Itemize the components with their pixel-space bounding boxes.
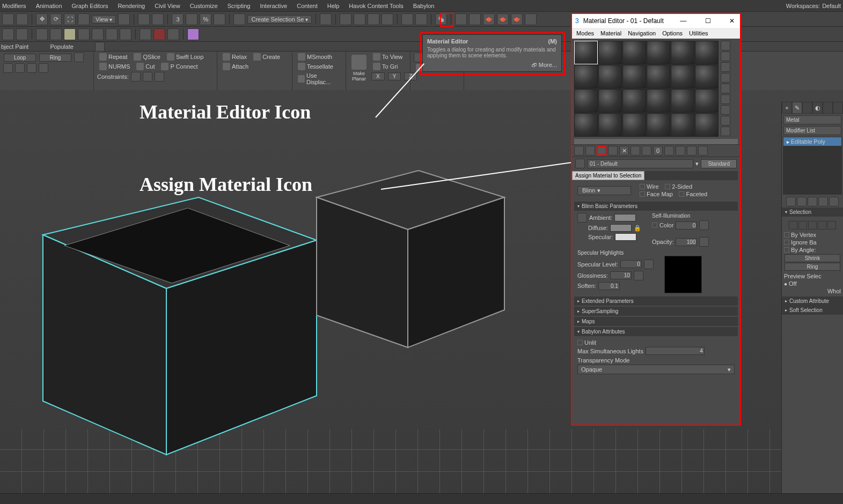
tool2-icon[interactable] xyxy=(16,28,28,40)
tool10-icon[interactable] xyxy=(140,28,151,40)
mat-slot-10[interactable] xyxy=(647,65,670,88)
populate-tab[interactable]: Populate xyxy=(50,43,73,50)
backlight-icon[interactable] xyxy=(721,51,730,61)
go-to-parent-icon[interactable] xyxy=(687,146,697,155)
mat-slot-14[interactable] xyxy=(598,89,622,113)
extended-params-rollout[interactable]: Extended Parameters xyxy=(574,297,738,306)
tooltip-more[interactable]: 🗗 More... xyxy=(427,62,557,68)
mat-slot-4[interactable] xyxy=(647,41,670,64)
refcoord-dropdown[interactable]: View ▾ xyxy=(92,15,116,24)
placement-icon[interactable] xyxy=(78,13,90,25)
twosided-checkbox[interactable] xyxy=(665,184,670,189)
utilities-tab-icon[interactable] xyxy=(833,102,843,114)
constraint-face-icon[interactable] xyxy=(155,72,164,81)
render-activeshade-icon[interactable]: 🫖 xyxy=(511,13,523,25)
select-object-icon[interactable] xyxy=(2,13,14,25)
snap-icon[interactable]: 3 xyxy=(172,13,184,25)
edge-subobj-icon[interactable] xyxy=(798,221,807,229)
mat-slot-9[interactable] xyxy=(622,65,646,88)
rotate-icon[interactable]: ⟳ xyxy=(50,13,62,25)
menu-civilview[interactable]: Civil View xyxy=(155,3,180,9)
get-material-icon[interactable] xyxy=(574,146,584,155)
mat-menu-modes[interactable]: Modes xyxy=(576,30,594,36)
mat-slot-23[interactable] xyxy=(671,113,694,137)
motion-tab-icon[interactable]: ◐ xyxy=(812,102,823,114)
mat-menu-utilities[interactable]: Utilities xyxy=(689,30,708,36)
mat-slot-12[interactable] xyxy=(695,65,719,88)
make-preview-icon[interactable] xyxy=(721,94,730,104)
material-name-input[interactable]: 01 - Default xyxy=(587,159,693,168)
sample-type-icon[interactable] xyxy=(721,41,730,50)
pick-material-icon[interactable] xyxy=(575,159,585,168)
loop-button[interactable]: Loop xyxy=(4,54,36,62)
vertex-subobj-icon[interactable] xyxy=(789,221,797,229)
selfillum-color-checkbox[interactable] xyxy=(652,223,657,228)
options-icon[interactable] xyxy=(721,105,730,115)
menu-interactive[interactable]: Interactive xyxy=(260,3,287,9)
render-cloud-icon[interactable] xyxy=(525,13,537,25)
sel-icon2[interactable] xyxy=(3,63,13,73)
mat-slot-1[interactable] xyxy=(574,41,598,64)
repeat-button[interactable]: Repeat xyxy=(97,53,129,61)
attach-button[interactable]: Attach xyxy=(221,62,251,71)
put-to-library-icon[interactable] xyxy=(642,146,651,155)
unlit-checkbox[interactable] xyxy=(577,340,583,345)
mat-slot-19[interactable] xyxy=(574,113,598,137)
select-region-icon[interactable] xyxy=(16,13,28,25)
make-unique-mat-icon[interactable] xyxy=(631,146,640,155)
usedisplace-button[interactable]: Use Displac... xyxy=(296,72,342,86)
schematic-view-icon[interactable] xyxy=(415,13,427,25)
selfillum-spinner[interactable]: 0 xyxy=(676,221,697,229)
tool11-icon[interactable] xyxy=(153,28,165,40)
diffuse-lock-icon[interactable]: 🔒 xyxy=(634,225,641,232)
mat-slot-8[interactable] xyxy=(598,65,622,88)
selection-rollout[interactable]: Selection xyxy=(782,207,843,217)
keyboard-shortcut-icon[interactable] xyxy=(152,13,164,25)
tool9-icon[interactable] xyxy=(120,28,131,40)
show-end-result-icon[interactable] xyxy=(676,146,685,155)
maps-rollout[interactable]: Maps xyxy=(574,317,738,326)
mirror-icon[interactable] xyxy=(320,13,332,25)
make-copy-icon[interactable]: ✕ xyxy=(619,146,629,155)
sample-uv-icon[interactable] xyxy=(721,73,730,83)
constraint-none-icon[interactable] xyxy=(131,72,141,81)
put-to-scene-icon[interactable] xyxy=(585,146,595,155)
modifier-stack[interactable]: ▸ Editable Poly xyxy=(783,137,842,195)
mat-slot-24[interactable] xyxy=(695,113,719,137)
make-unique-icon[interactable] xyxy=(808,197,817,206)
angle-snap-icon[interactable] xyxy=(186,13,197,25)
blinn-basic-rollout[interactable]: Blinn Basic Parameters xyxy=(574,202,738,211)
menu-babylon[interactable]: Babylon xyxy=(413,3,435,9)
render-iterative-icon[interactable]: 🫖 xyxy=(497,13,509,25)
mat-slot-15[interactable] xyxy=(622,89,646,113)
mat-menu-options[interactable]: Options xyxy=(662,30,683,36)
mat-editor-titlebar[interactable]: 3 Material Editor - 01 - Default — ☐ ✕ xyxy=(572,14,740,28)
opacity-spinner[interactable]: 100 xyxy=(676,238,697,246)
pconnect-button[interactable]: P Connect xyxy=(159,62,200,71)
remove-mod-icon[interactable] xyxy=(818,197,828,206)
tool3-icon[interactable] xyxy=(36,28,48,40)
ignoreback-checkbox[interactable] xyxy=(784,240,789,245)
configure-sets-icon[interactable] xyxy=(829,197,839,206)
tool13-icon[interactable] xyxy=(187,28,199,40)
maxlights-spinner[interactable]: 4 xyxy=(646,347,705,355)
ambient-swatch[interactable] xyxy=(614,214,636,221)
menu-content[interactable]: Content xyxy=(297,3,318,9)
mat-slot-2[interactable] xyxy=(598,41,622,64)
mat-slot-21[interactable] xyxy=(622,113,646,137)
spinner-snap-icon[interactable] xyxy=(214,13,225,25)
qslice-button[interactable]: QSlice xyxy=(131,53,162,61)
pin-stack-icon[interactable] xyxy=(786,197,796,206)
mat-slot-13[interactable] xyxy=(574,89,598,113)
mat-slot-20[interactable] xyxy=(598,113,622,137)
selfillum-map-icon[interactable] xyxy=(699,220,709,230)
tool7-icon[interactable] xyxy=(92,28,104,40)
pivot-icon[interactable] xyxy=(118,13,130,25)
align-icon[interactable] xyxy=(340,13,351,25)
toggle-ribbon-icon[interactable] xyxy=(382,13,393,25)
menu-modifiers[interactable]: Modifiers xyxy=(2,3,26,9)
ring-button[interactable]: Ring xyxy=(39,54,71,62)
tool5-icon[interactable] xyxy=(64,28,76,40)
tessellate-button[interactable]: Tessellate xyxy=(296,62,335,71)
speclevel-spinner[interactable]: 0 xyxy=(620,260,642,268)
